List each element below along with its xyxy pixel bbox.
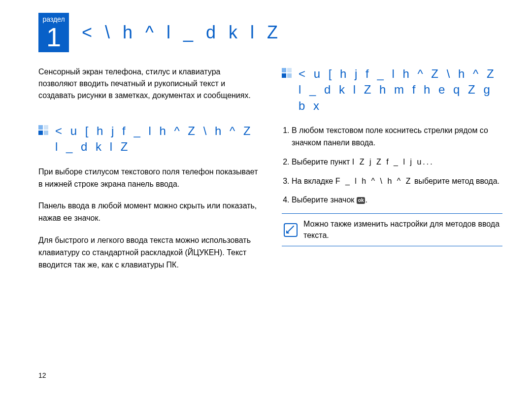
right-section-heading: < u [ h j f _ l h ^ Z \ h ^ Z l _ d k l …: [282, 66, 502, 114]
step-3-fragment: F _ l h ^ \ h ^ Z: [335, 177, 412, 185]
ok-icon: ok: [357, 197, 366, 204]
intro-paragraph: Сенсорный экран телефона, стилус и клави…: [38, 66, 259, 101]
step-4: Выберите значок ok.: [292, 194, 502, 206]
step-2-text-a: Выберите пункт: [292, 158, 352, 166]
note-icon: [284, 223, 298, 237]
page-number: 12: [38, 371, 46, 379]
step-1: В любом текстовом поле коснитесь стрелки…: [292, 125, 502, 149]
note-box: Можно также изменить настройки для метод…: [282, 213, 502, 246]
step-4-text-a: Выберите значок: [292, 196, 357, 204]
note-text: Можно также изменить настройки для метод…: [303, 219, 500, 241]
chapter-label: раздел: [38, 16, 69, 23]
square-bullet-icon: [38, 125, 48, 135]
left-heading-text: < u [ h j f _ l h ^ Z \ h ^ Z l _ d k l …: [55, 123, 259, 155]
step-2: Выберите пункт I Z j Z f _ l j u...: [292, 156, 502, 168]
left-section-heading: < u [ h j f _ l h ^ Z \ h ^ Z l _ d k l …: [38, 123, 259, 155]
left-paragraph-3: Для быстрого и легкого ввода текста можн…: [38, 234, 259, 271]
right-column: < u [ h j f _ l h ^ Z \ h ^ Z l _ d k l …: [282, 66, 502, 281]
right-heading-text: < u [ h j f _ l h ^ Z \ h ^ Z l _ d k l …: [299, 66, 502, 114]
left-paragraph-1: При выборе стилусом текстового поля теле…: [38, 166, 259, 191]
chapter-title: < \ h ^ l _ d k l Z: [82, 22, 282, 43]
step-3: На вкладке F _ l h ^ \ h ^ Z выберите ме…: [292, 175, 502, 188]
left-paragraph-2: Панель ввода в любой момент можно скрыть…: [38, 200, 259, 225]
step-3-text-c: выберите метод ввода.: [412, 177, 500, 185]
step-2-fragment: I Z j Z f _ l j u...: [352, 158, 434, 166]
chapter-badge: раздел 1: [38, 13, 69, 52]
step-4-text-b: .: [365, 196, 367, 204]
chapter-number: 1: [38, 24, 69, 50]
steps-list: В любом текстовом поле коснитесь стрелки…: [282, 125, 502, 206]
square-bullet-icon: [282, 68, 292, 78]
chapter-header: раздел 1 < \ h ^ l _ d k l Z: [38, 13, 502, 52]
left-column: Сенсорный экран телефона, стилус и клави…: [38, 66, 259, 281]
step-3-text-a: На вкладке: [292, 177, 335, 185]
